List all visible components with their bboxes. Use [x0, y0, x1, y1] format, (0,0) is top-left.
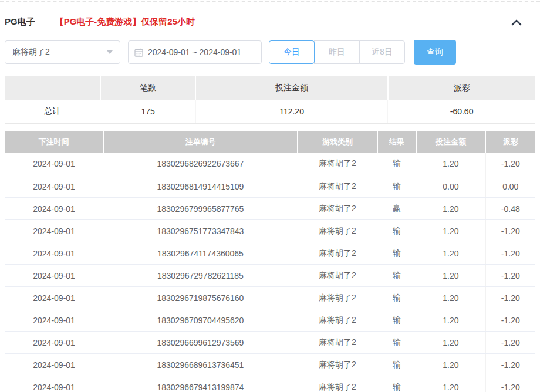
- payout: 0.00: [485, 175, 535, 198]
- game-type: 麻将胡了2: [298, 287, 377, 309]
- summary-total-payout: -60.60: [388, 100, 535, 123]
- payout: -1.20: [485, 354, 535, 376]
- records-header-payout: 派彩: [485, 131, 535, 153]
- bet-date: 2024-09-01: [5, 265, 103, 287]
- result: 输: [377, 309, 416, 332]
- result: 输: [377, 376, 416, 392]
- bet-amount: 0.00: [416, 175, 485, 198]
- bet-id: 1830296826922673667: [103, 153, 298, 175]
- records-header-time: 下注时间: [5, 131, 103, 153]
- bet-id: 1830296751773347843: [103, 220, 298, 242]
- table-row: 2024-09-01 1830296751773347843 麻将胡了2 输 1…: [5, 220, 536, 242]
- bet-amount: 1.20: [416, 376, 485, 392]
- bet-id: 1830296741174360065: [103, 242, 298, 265]
- summary-header-count: 笔数: [100, 76, 196, 100]
- quick-date-button-group: 今日 昨日 近8日: [269, 40, 405, 64]
- game-type: 麻将胡了2: [298, 242, 377, 265]
- bet-amount: 1.20: [416, 332, 485, 354]
- result: 输: [377, 175, 416, 198]
- summary-total-label: 总计: [5, 100, 100, 123]
- promo-notice: 【PG电子-免费游戏】仅保留25小时: [55, 16, 195, 28]
- bet-id: 1830296799965877765: [103, 198, 298, 220]
- summary-header-payout: 派彩: [388, 76, 535, 100]
- bet-amount: 1.20: [416, 220, 485, 242]
- summary-table: 笔数 投注金额 派彩 总计 175 112.20 -60.60: [5, 76, 535, 124]
- bet-date: 2024-09-01: [5, 153, 103, 175]
- summary-total-count: 175: [100, 100, 196, 123]
- date-range-input[interactable]: 2024-09-01 ~ 2024-09-01: [128, 40, 262, 64]
- caret-down-icon: [107, 50, 113, 54]
- game-type: 麻将胡了2: [298, 376, 377, 392]
- bet-date: 2024-09-01: [5, 220, 103, 242]
- summary-total-row: 总计 175 112.20 -60.60: [5, 100, 535, 123]
- top-dashed-divider: [0, 1, 540, 2]
- quick-filter-last8days-button[interactable]: 近8日: [359, 40, 405, 64]
- search-button[interactable]: 查询: [414, 40, 456, 65]
- summary-header-row: 笔数 投注金额 派彩: [5, 76, 535, 100]
- bet-date: 2024-09-01: [5, 376, 103, 392]
- bet-id: 1830296709704495620: [103, 309, 298, 332]
- game-type: 麻将胡了2: [298, 220, 377, 242]
- bet-amount: 1.20: [416, 354, 485, 376]
- table-row: 2024-09-01 1830296689613736451 麻将胡了2 输 1…: [5, 354, 536, 376]
- result: 输: [377, 354, 416, 376]
- result: 输: [377, 265, 416, 287]
- bet-date: 2024-09-01: [5, 309, 103, 332]
- bet-id: 1830296729782621185: [103, 265, 298, 287]
- calendar-icon: [134, 48, 143, 57]
- game-select-value: 麻将胡了2: [12, 47, 50, 58]
- game-type: 麻将胡了2: [298, 198, 377, 220]
- table-row: 2024-09-01 1830296679413199874 麻将胡了2 输 1…: [5, 376, 536, 392]
- date-range-value: 2024-09-01 ~ 2024-09-01: [148, 48, 241, 57]
- table-row: 2024-09-01 1830296699612973569 麻将胡了2 输 1…: [5, 332, 536, 354]
- game-type: 麻将胡了2: [298, 354, 377, 376]
- payout: -1.20: [485, 242, 535, 265]
- betting-records-panel: PG电子 【PG电子-免费游戏】仅保留25小时 麻将胡了2: [0, 0, 540, 392]
- payout: -1.20: [485, 153, 535, 175]
- bet-amount: 1.20: [416, 153, 485, 175]
- table-row: 2024-09-01 1830296826922673667 麻将胡了2 输 1…: [5, 153, 536, 175]
- quick-filter-yesterday-button[interactable]: 昨日: [314, 40, 360, 64]
- bet-date: 2024-09-01: [5, 354, 103, 376]
- game-type: 麻将胡了2: [298, 153, 377, 175]
- result: 输: [377, 332, 416, 354]
- game-select[interactable]: 麻将胡了2: [5, 40, 120, 64]
- result: 输: [377, 287, 416, 309]
- result: 输: [377, 153, 416, 175]
- collapse-panel-button[interactable]: [511, 18, 522, 26]
- bet-id: 1830296814914415109: [103, 175, 298, 198]
- bet-date: 2024-09-01: [5, 332, 103, 354]
- bet-amount: 1.20: [416, 198, 485, 220]
- table-row: 2024-09-01 1830296729782621185 麻将胡了2 输 1…: [5, 265, 536, 287]
- records-header-result: 结果: [377, 131, 416, 153]
- bet-id: 1830296679413199874: [103, 376, 298, 392]
- quick-filter-today-button[interactable]: 今日: [269, 40, 315, 64]
- game-type: 麻将胡了2: [298, 175, 377, 198]
- bet-amount: 1.20: [416, 309, 485, 332]
- bet-date: 2024-09-01: [5, 175, 103, 198]
- table-row: 2024-09-01 1830296799965877765 麻将胡了2 赢 1…: [5, 198, 536, 220]
- bet-id: 1830296719875676160: [103, 287, 298, 309]
- game-type: 麻将胡了2: [298, 332, 377, 354]
- records-table: 下注时间 注单编号 游戏类别 结果 投注金额 派彩 2024-09-01 183…: [5, 131, 535, 392]
- table-row: 2024-09-01 1830296741174360065 麻将胡了2 输 1…: [5, 242, 536, 265]
- bet-date: 2024-09-01: [5, 198, 103, 220]
- bet-date: 2024-09-01: [5, 287, 103, 309]
- filter-toolbar: 麻将胡了2 2024-09-01 ~ 2024-09-01 今日 昨日 近8日 …: [5, 40, 535, 65]
- result: 输: [377, 220, 416, 242]
- game-type: 麻将胡了2: [298, 265, 377, 287]
- records-header-bet-id: 注单编号: [103, 131, 298, 153]
- bet-amount: 1.20: [416, 287, 485, 309]
- payout: -1.20: [485, 265, 535, 287]
- table-row: 2024-09-01 1830296719875676160 麻将胡了2 输 1…: [5, 287, 536, 309]
- table-row: 2024-09-01 1830296814914415109 麻将胡了2 输 0…: [5, 175, 536, 198]
- result: 输: [377, 242, 416, 265]
- payout: -1.20: [485, 309, 535, 332]
- payout: -1.20: [485, 287, 535, 309]
- payout: -0.48: [485, 198, 535, 220]
- records-header-amount: 投注金额: [416, 131, 485, 153]
- panel-header: PG电子 【PG电子-免费游戏】仅保留25小时: [5, 16, 535, 28]
- table-row: 2024-09-01 1830296709704495620 麻将胡了2 输 1…: [5, 309, 536, 332]
- payout: -1.20: [485, 220, 535, 242]
- summary-header-blank: [5, 76, 100, 100]
